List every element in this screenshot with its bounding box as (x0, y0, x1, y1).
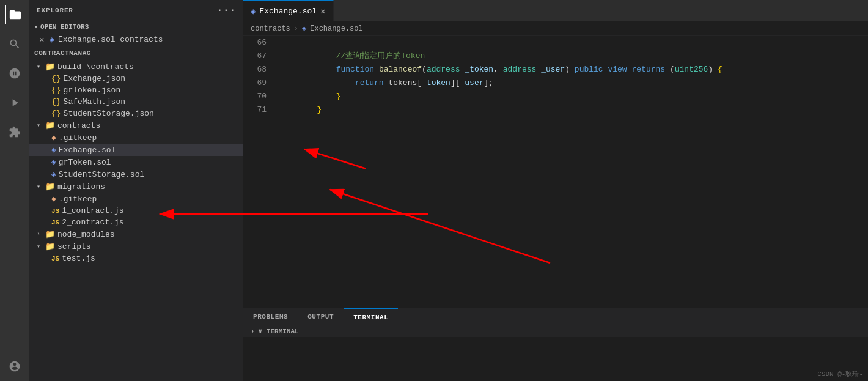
editor-area: ◈ Exchange.sol ✕ contracts › ◈ Exchange.… (243, 0, 868, 381)
tree-file-studentstorage-sol[interactable]: ◈ StudentStorage.sol (29, 168, 243, 180)
tree-item-label: test.js (62, 254, 95, 263)
tree-file-2contract[interactable]: JS 2_contract.js (29, 216, 243, 228)
open-editors-label: OPEN EDITORS (40, 23, 89, 31)
tree-item-label: node_modules (57, 230, 115, 239)
code-line-70: } (279, 90, 868, 103)
bottom-panel: PROBLEMS OUTPUT TERMINAL › ∨ TERMINAL (243, 308, 868, 381)
sol-icon: ◈ (51, 157, 56, 167)
tree-folder-build[interactable]: ▾ 📁 build \contracts (29, 61, 243, 73)
close-editor-button[interactable]: ✕ (39, 34, 44, 45)
sidebar-content: ▾ OPEN EDITORS ✕ ◈ Exchange.sol contract… (29, 21, 243, 381)
tree-folder-node-modules[interactable]: › 📁 node_modules (29, 228, 243, 240)
tree-item-label: grToken.json (64, 86, 121, 95)
tree-file-safemath-json[interactable]: {} SafeMath.json (29, 96, 243, 108)
tree-folder-scripts[interactable]: ▾ 📁 scripts (29, 240, 243, 253)
activity-bar (0, 0, 29, 381)
folder-icon: 📁 (45, 120, 55, 130)
tree-file-exchange-json[interactable]: {} Exchange.json (29, 73, 243, 84)
folder-icon: 📁 (45, 229, 55, 239)
tree-item-label: grToken.sol (59, 158, 111, 167)
js-icon: JS (51, 218, 59, 227)
tree-item-label: StudentStorage.json (64, 109, 154, 118)
folder-arrow: › (37, 231, 43, 238)
sol-icon: ◈ (51, 169, 56, 179)
tree-file-grtoken-sol[interactable]: ◈ grToken.sol (29, 156, 243, 168)
ethereum-icon: ◈ (49, 34, 54, 45)
folder-arrow: ▾ (37, 63, 43, 70)
terminal-section: › ∨ TERMINAL (243, 325, 868, 337)
tab-close-button[interactable]: ✕ (320, 6, 325, 17)
tree-item-label: SafeMath.json (64, 97, 125, 106)
tab-terminal[interactable]: TERMINAL (344, 308, 398, 325)
tree-file-testjs[interactable]: JS test.js (29, 253, 243, 264)
breadcrumb-separator: › (294, 24, 298, 33)
gitkeep-icon: ◆ (51, 133, 56, 142)
open-editor-item[interactable]: ✕ ◈ Exchange.sol contracts (29, 33, 243, 46)
tree-item-label: .gitkeep (59, 133, 97, 142)
tree-item-label: .gitkeep (59, 194, 97, 204)
line-numbers: 66 67 68 69 70 71 (243, 36, 274, 308)
tab-output[interactable]: OUTPUT (298, 308, 344, 325)
tree-item-label: contracts (57, 121, 100, 130)
code-line-71 (279, 103, 868, 117)
tree-file-gitkeep[interactable]: ◆ .gitkeep (29, 131, 243, 144)
tree-file-exchange-sol[interactable]: ◈ Exchange.sol (29, 144, 243, 156)
json-icon: {} (51, 74, 61, 83)
tree-item-label: Exchange.sol (59, 146, 116, 155)
panel-tabs: PROBLEMS OUTPUT TERMINAL (243, 308, 868, 325)
breadcrumb-sol-icon: ◈ (302, 24, 306, 33)
tree-item-label: build \contracts (57, 62, 134, 72)
tree-item-label: StudentStorage.sol (59, 170, 144, 179)
tab-exchange-sol[interactable]: ◈ Exchange.sol ✕ (243, 0, 334, 21)
json-icon: {} (51, 109, 61, 118)
breadcrumb-contracts: contracts (251, 24, 290, 33)
sol-icon: ◈ (51, 145, 56, 155)
project-name: CONTRACTMANAG (29, 46, 243, 61)
code-editor[interactable]: 66 67 68 69 70 71 //查询指定用户的Token functio… (243, 36, 868, 308)
tabs-bar: ◈ Exchange.sol ✕ (243, 0, 868, 21)
files-icon[interactable] (5, 5, 24, 24)
js-icon: JS (51, 254, 59, 263)
sidebar: EXPLORER ··· ▾ OPEN EDITORS ✕ ◈ Exchange… (29, 0, 243, 381)
accounts-icon[interactable] (5, 357, 24, 376)
folder-arrow: ▾ (37, 243, 43, 250)
comment-text: //查询指定用户的Token (317, 51, 425, 61)
json-icon: {} (51, 97, 61, 106)
terminal-arrow-icon: › (251, 328, 255, 335)
code-content[interactable]: //查询指定用户的Token function balanceof(addres… (274, 36, 868, 308)
open-editors-section[interactable]: ▾ OPEN EDITORS (29, 21, 243, 33)
sidebar-menu-button[interactable]: ··· (217, 5, 236, 16)
gitkeep-icon: ◆ (51, 194, 56, 204)
watermark: CSDN @-耿瑞- (817, 369, 863, 379)
folder-arrow: ▾ (37, 183, 43, 190)
folder-icon: 📁 (45, 182, 55, 191)
tree-item-label: 2_contract.js (62, 218, 123, 227)
source-control-icon[interactable] (5, 64, 24, 83)
js-icon: JS (51, 206, 59, 215)
tree-file-grtoken-json[interactable]: {} grToken.json (29, 84, 243, 96)
code-line-66: //查询指定用户的Token (279, 36, 868, 50)
breadcrumb-file: Exchange.sol (310, 24, 362, 33)
tree-item-label: 1_contract.js (62, 206, 123, 215)
sidebar-header: EXPLORER ··· (29, 0, 243, 21)
tree-folder-migrations[interactable]: ▾ 📁 migrations (29, 180, 243, 193)
tree-file-studentstorage-json[interactable]: {} StudentStorage.json (29, 108, 243, 119)
search-icon[interactable] (5, 34, 24, 54)
tree-folder-contracts[interactable]: ▾ 📁 contracts (29, 119, 243, 131)
terminal-label: ∨ TERMINAL (259, 327, 299, 335)
tab-problems[interactable]: PROBLEMS (243, 308, 298, 325)
sidebar-title: EXPLORER (37, 7, 73, 14)
run-icon[interactable] (5, 93, 24, 113)
tree-file-1contract[interactable]: JS 1_contract.js (29, 205, 243, 216)
open-editors-arrow: ▾ (34, 23, 38, 31)
panel-content[interactable] (243, 337, 868, 381)
extensions-icon[interactable] (5, 122, 24, 142)
breadcrumb: contracts › ◈ Exchange.sol (243, 21, 868, 36)
folder-arrow: ▾ (37, 122, 43, 129)
tree-item-label: migrations (57, 182, 105, 191)
tree-file-gitkeep2[interactable]: ◆ .gitkeep (29, 193, 243, 205)
tree-item-label: scripts (57, 242, 91, 251)
tab-label: Exchange.sol (259, 7, 317, 16)
json-icon: {} (51, 86, 61, 95)
open-editor-name: Exchange.sol contracts (58, 35, 163, 44)
